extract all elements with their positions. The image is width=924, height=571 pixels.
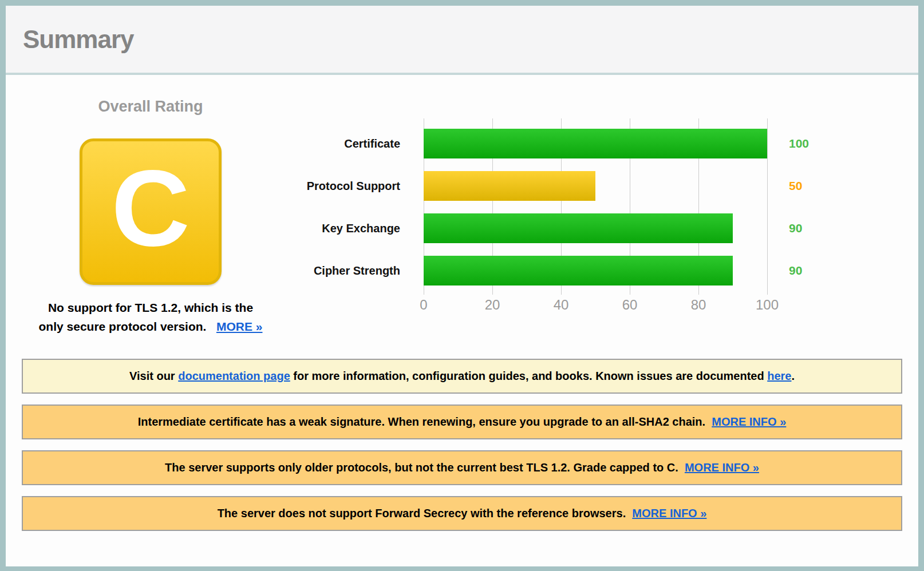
documentation-page-link[interactable]: documentation page (178, 370, 290, 382)
more-link[interactable]: MORE » (216, 320, 263, 333)
gridline-100 (767, 118, 768, 295)
chart-bar-cipher-strength (424, 256, 733, 286)
message-text (678, 461, 685, 474)
message-box-3: The server supports only older protocols… (22, 450, 902, 485)
message-text (705, 415, 712, 428)
score-bar-chart: CertificateProtocol SupportKey ExchangeC… (279, 94, 809, 314)
message-boxes: Visit our documentation page for more in… (22, 359, 902, 531)
rating-note: No support for TLS 1.2, which is the onl… (30, 299, 271, 336)
message-box-4: The server does not support Forward Secr… (22, 496, 902, 531)
chart-bars (424, 118, 767, 295)
more-info-link-grade-capped[interactable]: MORE INFO » (685, 461, 759, 474)
x-tick-0: 0 (420, 297, 427, 313)
x-tick-20: 20 (485, 297, 500, 313)
chart-category-labels: CertificateProtocol SupportKey ExchangeC… (279, 118, 424, 314)
message-box-2: Intermediate certificate has a weak sign… (22, 405, 902, 439)
overall-rating-section: Overall Rating C No support for TLS 1.2,… (22, 94, 279, 336)
x-tick-100: 100 (756, 297, 779, 313)
chart-value-cipher-strength: 90 (789, 256, 809, 286)
summary-body: Overall Rating C No support for TLS 1.2,… (6, 75, 918, 531)
message-text: The server does not support Forward Secr… (218, 507, 626, 520)
x-tick-40: 40 (554, 297, 569, 313)
chart-label-cipher-strength: Cipher Strength (279, 256, 424, 286)
x-tick-60: 60 (622, 297, 638, 313)
summary-panel: Summary Overall Rating C No support for … (0, 0, 924, 571)
grade-letter: C (111, 153, 189, 270)
chart-label-protocol-support: Protocol Support (279, 171, 424, 201)
summary-header: Summary (6, 6, 918, 75)
chart-bar-key-exchange (424, 213, 733, 243)
chart-bar-protocol-support (424, 171, 595, 201)
rating-note-line1: No support for TLS 1.2, which is the (48, 301, 253, 314)
message-box-1: Visit our documentation page for more in… (22, 359, 902, 394)
overall-rating-label: Overall Rating (22, 98, 279, 116)
message-text: Intermediate certificate has a weak sign… (138, 415, 705, 428)
message-text (626, 507, 632, 520)
message-text: The server supports only older protocols… (165, 461, 678, 474)
grade-badge: C (80, 138, 222, 285)
chart-bar-certificate (424, 129, 767, 158)
top-section: Overall Rating C No support for TLS 1.2,… (22, 94, 902, 336)
chart-value-labels: 100509090 (767, 118, 809, 314)
message-text: Visit our (129, 370, 178, 382)
known-issues-link[interactable]: here (767, 370, 791, 382)
chart-x-axis-ticks: 020406080100 (424, 295, 767, 314)
chart-plot-area: 020406080100 (424, 118, 767, 314)
chart-value-certificate: 100 (789, 129, 809, 158)
chart-label-certificate: Certificate (279, 129, 424, 158)
rating-note-line2: only secure protocol version. (39, 320, 207, 333)
page-title: Summary (23, 25, 134, 54)
chart-value-protocol-support: 50 (789, 171, 809, 201)
message-text: . (791, 370, 795, 382)
chart-label-key-exchange: Key Exchange (279, 213, 424, 243)
message-text: for more information, configuration guid… (290, 370, 767, 382)
more-info-link-forward-secrecy[interactable]: MORE INFO » (632, 507, 706, 520)
more-info-link-weak-signature[interactable]: MORE INFO » (712, 415, 786, 428)
x-tick-80: 80 (691, 297, 706, 313)
chart-value-key-exchange: 90 (789, 213, 809, 243)
